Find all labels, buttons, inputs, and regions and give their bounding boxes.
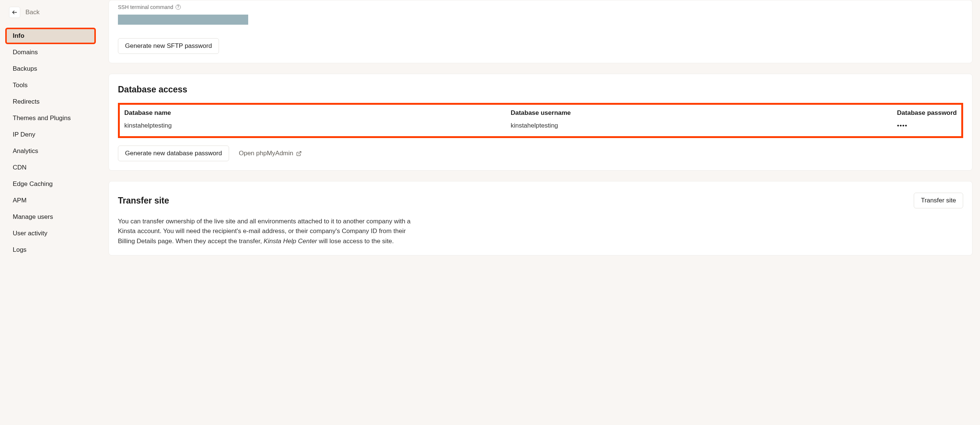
open-phpmyadmin-link[interactable]: Open phpMyAdmin [239, 150, 302, 157]
db-name-header: Database name [124, 109, 496, 117]
help-icon[interactable]: ? [175, 5, 181, 10]
back-row: Back [0, 7, 101, 29]
button-label: Transfer site [921, 197, 956, 204]
nav-item-label: Themes and Plugins [13, 114, 71, 122]
generate-db-password-button[interactable]: Generate new database password [118, 146, 229, 161]
nav-item-apm[interactable]: APM [6, 193, 95, 208]
arrow-left-icon [12, 10, 18, 15]
main-content: SSH terminal command ? Generate new SFTP… [101, 0, 980, 425]
nav-item-analytics[interactable]: Analytics [6, 144, 95, 159]
nav-list: Info Domains Backups Tools Redirects The… [0, 29, 101, 257]
link-label: Open phpMyAdmin [239, 150, 293, 157]
nav-item-label: Edge Caching [13, 180, 53, 187]
nav-item-label: CDN [13, 164, 27, 171]
transfer-title: Transfer site [118, 196, 169, 206]
db-password-header: Database password [897, 109, 957, 117]
nav-item-label: Logs [13, 246, 27, 253]
nav-item-backups[interactable]: Backups [6, 61, 95, 76]
ssh-redacted-value [118, 14, 248, 25]
button-label: Generate new SFTP password [125, 42, 212, 50]
svg-line-1 [299, 151, 301, 154]
sftp-card: SSH terminal command ? Generate new SFTP… [108, 0, 972, 63]
database-access-card: Database access Database name kinstahelp… [108, 74, 972, 171]
nav-item-manageusers[interactable]: Manage users [6, 209, 95, 224]
external-link-icon [296, 151, 302, 156]
transfer-site-card: Transfer site Transfer site You can tran… [108, 181, 972, 255]
nav-item-domains[interactable]: Domains [6, 45, 95, 60]
transfer-header-row: Transfer site Transfer site [118, 181, 963, 208]
nav-item-label: Analytics [13, 147, 38, 154]
db-username-value: kinstahelptesting [511, 122, 882, 130]
database-credentials-box: Database name kinstahelptesting Database… [118, 103, 963, 138]
nav-item-ipdeny[interactable]: IP Deny [6, 127, 95, 142]
db-name-value: kinstahelptesting [124, 122, 496, 130]
db-password-value: •••• [897, 122, 957, 130]
transfer-description: You can transfer ownership of the live s… [118, 217, 421, 246]
nav-item-redirects[interactable]: Redirects [6, 94, 95, 109]
back-label: Back [25, 9, 40, 16]
nav-item-edgecaching[interactable]: Edge Caching [6, 177, 95, 192]
transfer-desc-em: Kinsta Help Center [264, 238, 317, 245]
generate-sftp-password-button[interactable]: Generate new SFTP password [118, 38, 219, 54]
nav-item-info[interactable]: Info [6, 29, 95, 43]
nav-item-label: User activity [13, 230, 48, 237]
nav-item-label: Info [13, 32, 24, 39]
db-name-column: Database name kinstahelptesting [124, 109, 496, 130]
db-username-column: Database username kinstahelptesting [511, 109, 882, 130]
nav-item-label: Manage users [13, 213, 53, 220]
database-access-title: Database access [118, 74, 963, 95]
sidebar: Back Info Domains Backups Tools Redirect… [0, 0, 101, 425]
nav-item-label: IP Deny [13, 131, 35, 138]
nav-item-label: Redirects [13, 98, 40, 105]
nav-item-cdn[interactable]: CDN [6, 160, 95, 175]
nav-item-label: APM [13, 197, 27, 204]
transfer-site-button[interactable]: Transfer site [914, 193, 963, 208]
nav-item-label: Domains [13, 49, 38, 56]
nav-item-label: Backups [13, 65, 37, 72]
nav-item-logs[interactable]: Logs [6, 243, 95, 257]
button-label: Generate new database password [125, 150, 222, 157]
ssh-label: SSH terminal command [118, 4, 173, 10]
nav-item-themes[interactable]: Themes and Plugins [6, 111, 95, 126]
nav-item-useractivity[interactable]: User activity [6, 226, 95, 241]
db-actions: Generate new database password Open phpM… [118, 146, 963, 161]
db-username-header: Database username [511, 109, 882, 117]
nav-item-tools[interactable]: Tools [6, 78, 95, 93]
back-button[interactable] [9, 7, 20, 18]
ssh-label-row: SSH terminal command ? [118, 4, 963, 10]
db-password-column: Database password •••• [897, 109, 957, 130]
nav-item-label: Tools [13, 82, 28, 89]
transfer-desc-post: will lose access to the site. [317, 238, 394, 245]
